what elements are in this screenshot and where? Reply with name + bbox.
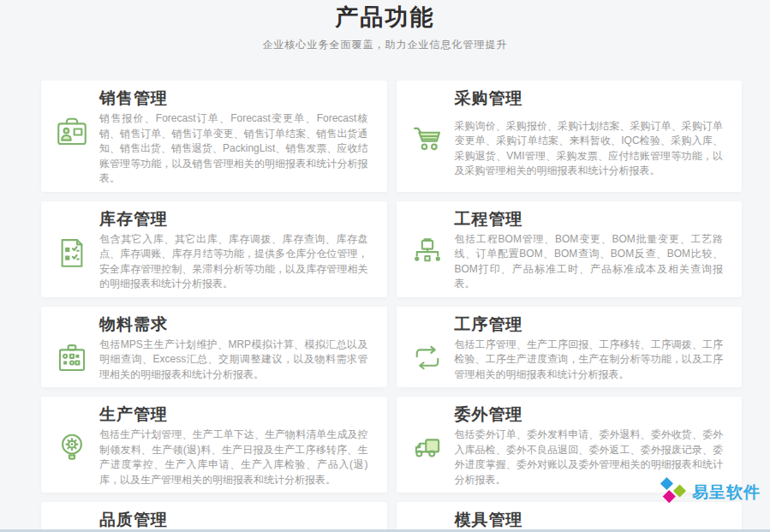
id-badge-icon: [54, 111, 99, 187]
card-material-requirements: 物料需求 包括MPS主生产计划维护、MRP模拟计算、模拟汇总以及明细查询、Exc…: [41, 307, 387, 388]
flow-arrows-icon: [409, 338, 455, 383]
card-title: 库存管理: [99, 209, 368, 230]
card-mold: 模具管理 模具档案管理、模具维修管理、模具调拨管理、模具报废管理、模具保养预警、…: [397, 502, 743, 532]
card-quality: 品质管理 IQC、FQC、OQC、IPQC品质管理，涵盖了从原材料入仓、生产巡检…: [41, 502, 387, 532]
card-production: 生产管理 包括生产计划管理、生产工单下达、生产物料清单生成及控制领发料、生产领(…: [41, 397, 387, 493]
card-inventory: 库存管理 包含其它入库、其它出库、库存调拨、库存查询、库存盘点、库存调账、库存月…: [41, 201, 387, 297]
bulb-gear-icon: [54, 427, 99, 487]
card-sales: 销售管理 销售报价、Forecast订单、Forecast变更单、Forecas…: [41, 81, 387, 192]
card-title: 销售管理: [99, 88, 368, 109]
card-description: 包括工序管理、生产工序回报、工序移转、工序调拨、工序检验、工序生产进度查询，生产…: [455, 338, 724, 383]
card-title: 生产管理: [99, 404, 368, 425]
card-description: 销售报价、Forecast订单、Forecast变更单、Forecast核销、销…: [99, 111, 368, 187]
feature-card-grid: 销售管理 销售报价、Forecast订单、Forecast变更单、Forecas…: [0, 81, 770, 532]
checklist-icon: [54, 232, 99, 292]
card-title: 工程管理: [455, 209, 724, 230]
truck-icon: [409, 427, 455, 487]
card-description: 采购询价、采购报价、采购计划结案、采购订单、采购订单变更单、采购订单结案、来料暂…: [455, 119, 724, 187]
page-header: 产品功能 企业核心业务全面覆盖，助力企业信息化管理提升: [0, 0, 770, 52]
card-description: 包括委外订单、委外发料申请、委外退料、委外收货、委外入库品检、委外不良品退回、委…: [455, 427, 724, 487]
page-title: 产品功能: [0, 3, 770, 32]
card-engineering: 工程管理 包括工程BOM管理、BOM变更、BOM批量变更、工艺路线、订单配置BO…: [397, 201, 743, 297]
card-description: 包含其它入库、其它出库、库存调拨、库存查询、库存盘点、库存调账、库存月结等功能，…: [99, 232, 368, 292]
card-description: 包括生产计划管理、生产工单下达、生产物料清单生成及控制领发料、生产领(退)料、生…: [99, 427, 368, 487]
card-title: 品质管理: [99, 510, 368, 530]
cart-icon: [409, 119, 455, 187]
card-procurement: 采购管理 采购询价、采购报价、采购计划结案、采购订单、采购订单变更单、采购订单结…: [397, 81, 743, 192]
card-process: 工序管理 包括工序管理、生产工序回报、工序移转、工序调拨、工序检验、工序生产进度…: [397, 307, 743, 388]
card-outsourcing: 委外管理 包括委外订单、委外发料申请、委外退料、委外收货、委外入库品检、委外不良…: [397, 397, 743, 493]
card-title: 物料需求: [99, 314, 368, 335]
card-title: 工序管理: [455, 314, 724, 335]
card-description: 包括MPS主生产计划维护、MRP模拟计算、模拟汇总以及明细查询、Excess汇总…: [99, 338, 368, 383]
card-title: 采购管理: [455, 88, 724, 117]
card-title: 委外管理: [455, 404, 724, 425]
card-description: 包括工程BOM管理、BOM变更、BOM批量变更、工艺路线、订单配置BOM、BOM…: [455, 232, 724, 292]
planning-board-icon: [54, 338, 99, 383]
page-subtitle: 企业核心业务全面覆盖，助力企业信息化管理提升: [0, 38, 770, 52]
bom-tree-icon: [409, 232, 455, 292]
